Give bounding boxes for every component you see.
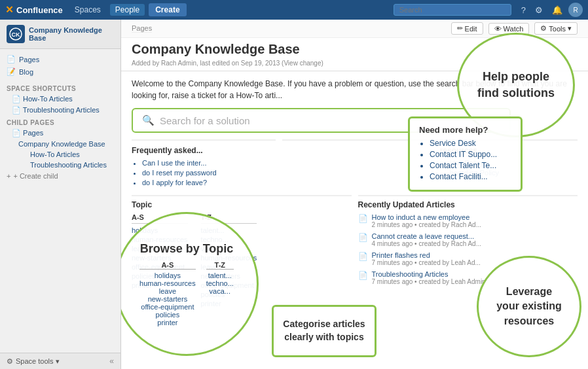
topic-office-tz[interactable]: office-equipment [201, 281, 257, 289]
recent-link-4[interactable]: Troubleshooting Articles [372, 270, 486, 278]
recently-updated-title: Recently Updated Articles [358, 200, 578, 209]
need-help-title: Need more help? [419, 125, 511, 135]
sidebar-child-howto[interactable]: How-To Articles [12, 149, 120, 160]
settings-icon[interactable]: ⚙ [532, 3, 546, 17]
top-navigation: ✕ Confluence Spaces People Create ? ⚙ 🔔 … [0, 0, 588, 20]
sidebar-pages-label: Pages [19, 56, 39, 63]
frequently-asked-list: Can I use the inter... do I reset my pas… [132, 159, 276, 186]
edit-button[interactable]: ✏ Edit [451, 22, 483, 35]
sidebar-item-troubleshooting[interactable]: 📄 Troubleshooting Articles [0, 105, 120, 116]
watch-button[interactable]: 👁 Watch [488, 23, 530, 35]
topic-human-resources[interactable]: human-resources [132, 236, 188, 243]
topic-office-equipment[interactable]: office-equipment [132, 263, 188, 271]
create-child-button[interactable]: + + Create child [0, 170, 120, 182]
need-help-contact-talent[interactable]: Contact Talent Te... [430, 161, 511, 170]
topic-new-starters-tz[interactable]: new-starters [201, 272, 257, 280]
topic-leave[interactable]: leave [132, 245, 188, 253]
topic-policies-tz[interactable]: policies [201, 290, 257, 298]
space-icon: CK [7, 25, 25, 43]
doc-icon-3: 📄 [358, 252, 368, 261]
recent-meta-3: 7 minutes ago • created by Leah Ad... [372, 259, 481, 266]
troubleshooting-icon: 📄 [12, 106, 21, 114]
recent-item-3-content: Printer flashes red 7 minutes ago • crea… [372, 251, 481, 266]
sidebar-item-howto[interactable]: 📄 How-To Articles [0, 94, 120, 105]
pages-icon: 📄 [7, 55, 16, 63]
need-help-contact-facilities[interactable]: Contact Faciliti... [430, 172, 511, 181]
browse-topic-section: Topic A-S holidays human-resources leave… [132, 195, 352, 309]
recent-item-4: 📄 Troubleshooting Articles 7 minutes ago… [358, 270, 578, 285]
topic-policies[interactable]: policies [132, 272, 188, 280]
recent-item-1: 📄 How to induct a new employee 2 minutes… [358, 213, 578, 228]
sidebar-pages-section: 📄 Pages 📝 Blog [0, 49, 120, 82]
collapse-sidebar-button[interactable]: « [109, 357, 114, 366]
more-help-placeholder [282, 139, 426, 188]
sidebar-child-troubleshooting[interactable]: Troubleshooting Articles [12, 160, 120, 170]
recent-item-3: 📄 Printer flashes red 7 minutes ago • cr… [358, 251, 578, 266]
recent-item-1-content: How to induct a new employee 2 minutes a… [372, 213, 482, 228]
topic-columns: A-S holidays human-resources leave new-s… [132, 213, 352, 309]
col-as-list: holidays human-resources leave new-start… [132, 226, 188, 289]
plus-icon: + [7, 172, 10, 180]
avatar[interactable]: R [568, 3, 583, 17]
main-content: Pages ✏ Edit 👁 Watch ⚙ Tools ▾ Company K… [121, 20, 588, 369]
topic-hr-tz[interactable]: human-resources [201, 254, 257, 262]
blog-icon: 📝 [7, 67, 16, 76]
sidebar-item-blog[interactable]: 📝 Blog [0, 65, 120, 78]
spaces-button[interactable]: Spaces [69, 4, 106, 16]
frequently-asked-section: Frequently asked... Can I use the inter.… [132, 139, 276, 188]
doc-icon-4: 📄 [358, 271, 368, 280]
child-pages-icon: 📄 [12, 129, 21, 137]
topic-new-starters[interactable]: new-starters [132, 254, 188, 262]
sidebar-item-pages[interactable]: 📄 Pages [0, 53, 120, 65]
topic-printer[interactable]: printer [132, 281, 188, 289]
logo-text: Confluence [16, 5, 63, 15]
recent-meta-1: 2 minutes ago • created by Rach Ad... [372, 221, 482, 228]
bell-icon[interactable]: 🔔 [549, 3, 566, 17]
recent-link-2[interactable]: Cannot create a leave request... [372, 232, 482, 240]
need-help-list: Service Desk Contact IT Suppo... Contact… [419, 139, 511, 181]
settings-small-icon: ⚙ [7, 357, 13, 366]
logo-x-icon: ✕ [5, 4, 14, 16]
topic-vaca[interactable]: vaca... [201, 245, 257, 253]
global-search-input[interactable] [394, 4, 511, 16]
tools-icon: ⚙ [540, 24, 547, 33]
topic-col-as: A-S holidays human-resources leave new-s… [132, 213, 188, 309]
callout-need-help: Need more help? Service Desk Contact IT … [408, 116, 523, 192]
recent-link-3[interactable]: Printer flashes red [372, 251, 481, 259]
sidebar-child-pages[interactable]: 📄 Pages [0, 128, 120, 139]
recent-link-1[interactable]: How to induct a new employee [372, 213, 482, 221]
topic-printer-tz[interactable]: printer [201, 300, 257, 308]
confluence-logo[interactable]: ✕ Confluence [5, 4, 63, 16]
edit-icon: ✏ [457, 24, 463, 33]
need-help-service-desk[interactable]: Service Desk [430, 139, 511, 148]
page-meta: Added by Rach Admin, last edited on Sep … [121, 58, 588, 71]
topic-leave-tz[interactable]: leave [201, 263, 257, 271]
nav-icons: ? ⚙ 🔔 R [518, 3, 583, 17]
recently-updated-section: Recently Updated Articles 📄 How to induc… [358, 195, 578, 309]
faq-item-3[interactable]: do I apply for leave? [142, 179, 276, 186]
child-pages-label: CHILD PAGES [0, 116, 120, 128]
space-header[interactable]: CK Company Knowledge Base [0, 20, 120, 49]
help-icon[interactable]: ? [518, 3, 529, 17]
need-help-contact-it[interactable]: Contact IT Suppo... [430, 150, 511, 159]
topic-holidays[interactable]: holidays [132, 226, 188, 234]
howto-icon: 📄 [12, 95, 21, 103]
sidebar-child-ckb[interactable]: Company Knowledge Base [7, 139, 120, 149]
faq-item-1[interactable]: Can I use the inter... [142, 159, 276, 167]
people-button[interactable]: People [110, 4, 145, 16]
topic-col-tz: T-Z talent... techno... vaca... human-re… [201, 213, 257, 309]
faq-item-2[interactable]: do I reset my password [142, 169, 276, 177]
recent-item-2-content: Cannot create a leave request... 4 minut… [372, 232, 482, 247]
tools-button[interactable]: ⚙ Tools ▾ [534, 22, 578, 35]
topic-talent[interactable]: talent... [201, 226, 257, 234]
svg-text:CK: CK [12, 31, 20, 38]
page-body: Welcome to the Company Knowledge Base. I… [121, 71, 588, 315]
create-button[interactable]: Create [149, 3, 186, 16]
space-tools-footer[interactable]: ⚙ Space tools ▾ « [0, 353, 120, 369]
topic-techno[interactable]: techno... [201, 236, 257, 243]
col-as-header: A-S [132, 213, 188, 224]
page-title: Company Knowledge Base [121, 38, 588, 58]
space-tools-label: Space tools [16, 357, 53, 365]
browse-topic-title: Topic [132, 200, 352, 209]
col-tz-list: talent... techno... vaca... human-resour… [201, 226, 257, 308]
